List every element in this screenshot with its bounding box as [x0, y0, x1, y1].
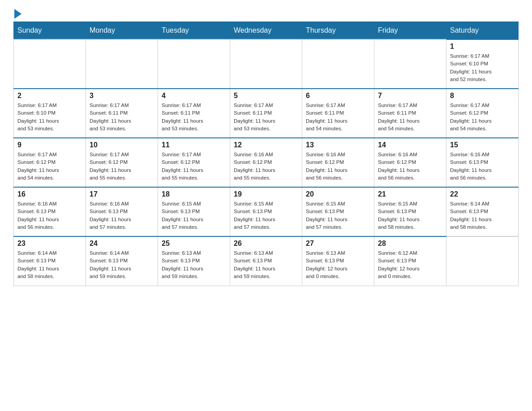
day-number: 6 [306, 92, 370, 100]
day-number: 8 [450, 92, 515, 100]
calendar-cell [158, 39, 230, 89]
day-number: 19 [234, 190, 298, 198]
calendar-cell: 13Sunrise: 6:16 AM Sunset: 6:12 PM Dayli… [302, 138, 374, 187]
day-info: Sunrise: 6:17 AM Sunset: 6:12 PM Dayligh… [162, 151, 226, 182]
calendar-cell: 12Sunrise: 6:16 AM Sunset: 6:12 PM Dayli… [230, 138, 302, 187]
day-info: Sunrise: 6:12 AM Sunset: 6:13 PM Dayligh… [378, 249, 442, 280]
day-number: 4 [162, 92, 226, 100]
day-number: 25 [162, 240, 226, 248]
calendar-cell [302, 39, 374, 89]
calendar-week-row: 23Sunrise: 6:14 AM Sunset: 6:13 PM Dayli… [14, 236, 519, 286]
day-info: Sunrise: 6:16 AM Sunset: 6:12 PM Dayligh… [306, 151, 370, 182]
calendar-header-row: SundayMondayTuesdayWednesdayThursdayFrid… [14, 22, 519, 40]
day-number: 13 [306, 141, 370, 149]
day-number: 10 [90, 141, 154, 149]
day-info: Sunrise: 6:17 AM Sunset: 6:11 PM Dayligh… [90, 102, 154, 133]
weekday-header-monday: Monday [86, 22, 158, 40]
day-number: 16 [17, 190, 82, 198]
calendar-cell: 25Sunrise: 6:13 AM Sunset: 6:13 PM Dayli… [158, 236, 230, 286]
calendar-week-row: 1Sunrise: 6:17 AM Sunset: 6:10 PM Daylig… [14, 39, 519, 89]
day-number: 2 [17, 92, 82, 100]
calendar-cell: 2Sunrise: 6:17 AM Sunset: 6:10 PM Daylig… [14, 89, 86, 138]
day-info: Sunrise: 6:13 AM Sunset: 6:13 PM Dayligh… [162, 249, 226, 280]
calendar-cell: 4Sunrise: 6:17 AM Sunset: 6:11 PM Daylig… [158, 89, 230, 138]
day-number: 18 [162, 190, 226, 198]
day-info: Sunrise: 6:15 AM Sunset: 6:13 PM Dayligh… [162, 200, 226, 231]
day-info: Sunrise: 6:15 AM Sunset: 6:13 PM Dayligh… [306, 200, 370, 231]
day-number: 9 [17, 141, 82, 149]
day-number: 27 [306, 240, 370, 248]
calendar-cell: 7Sunrise: 6:17 AM Sunset: 6:11 PM Daylig… [374, 89, 446, 138]
day-info: Sunrise: 6:17 AM Sunset: 6:12 PM Dayligh… [17, 151, 82, 182]
calendar-cell: 21Sunrise: 6:15 AM Sunset: 6:13 PM Dayli… [374, 187, 446, 236]
day-info: Sunrise: 6:17 AM Sunset: 6:11 PM Dayligh… [162, 102, 226, 133]
calendar-cell: 28Sunrise: 6:12 AM Sunset: 6:13 PM Dayli… [374, 236, 446, 286]
calendar-cell: 11Sunrise: 6:17 AM Sunset: 6:12 PM Dayli… [158, 138, 230, 187]
calendar-cell: 6Sunrise: 6:17 AM Sunset: 6:11 PM Daylig… [302, 89, 374, 138]
calendar-week-row: 2Sunrise: 6:17 AM Sunset: 6:10 PM Daylig… [14, 89, 519, 138]
calendar-cell: 14Sunrise: 6:16 AM Sunset: 6:12 PM Dayli… [374, 138, 446, 187]
day-info: Sunrise: 6:17 AM Sunset: 6:12 PM Dayligh… [90, 151, 154, 182]
logo-triangle-icon [14, 9, 21, 19]
day-info: Sunrise: 6:17 AM Sunset: 6:10 PM Dayligh… [450, 52, 515, 83]
weekday-header-wednesday: Wednesday [230, 22, 302, 40]
day-number: 15 [450, 141, 515, 149]
calendar-cell: 9Sunrise: 6:17 AM Sunset: 6:12 PM Daylig… [14, 138, 86, 187]
day-number: 23 [17, 240, 82, 248]
page-header [13, 9, 519, 17]
logo [13, 9, 21, 17]
day-info: Sunrise: 6:13 AM Sunset: 6:13 PM Dayligh… [306, 249, 370, 280]
weekday-header-tuesday: Tuesday [158, 22, 230, 40]
calendar-cell [14, 39, 86, 89]
calendar-cell: 10Sunrise: 6:17 AM Sunset: 6:12 PM Dayli… [86, 138, 158, 187]
calendar-cell: 20Sunrise: 6:15 AM Sunset: 6:13 PM Dayli… [302, 187, 374, 236]
calendar-cell [86, 39, 158, 89]
day-number: 28 [378, 240, 442, 248]
calendar-cell: 24Sunrise: 6:14 AM Sunset: 6:13 PM Dayli… [86, 236, 158, 286]
day-info: Sunrise: 6:13 AM Sunset: 6:13 PM Dayligh… [234, 249, 298, 280]
calendar-cell: 22Sunrise: 6:14 AM Sunset: 6:13 PM Dayli… [446, 187, 519, 236]
day-info: Sunrise: 6:16 AM Sunset: 6:13 PM Dayligh… [17, 200, 82, 231]
calendar-cell: 17Sunrise: 6:16 AM Sunset: 6:13 PM Dayli… [86, 187, 158, 236]
day-info: Sunrise: 6:17 AM Sunset: 6:10 PM Dayligh… [17, 102, 82, 133]
calendar-cell: 19Sunrise: 6:15 AM Sunset: 6:13 PM Dayli… [230, 187, 302, 236]
day-number: 3 [90, 92, 154, 100]
day-info: Sunrise: 6:14 AM Sunset: 6:13 PM Dayligh… [450, 200, 515, 231]
calendar-cell [446, 236, 519, 286]
calendar-cell [230, 39, 302, 89]
calendar-cell [374, 39, 446, 89]
day-number: 14 [378, 141, 442, 149]
day-info: Sunrise: 6:16 AM Sunset: 6:13 PM Dayligh… [90, 200, 154, 231]
day-number: 21 [378, 190, 442, 198]
weekday-header-friday: Friday [374, 22, 446, 40]
day-info: Sunrise: 6:17 AM Sunset: 6:12 PM Dayligh… [450, 102, 515, 133]
calendar-table: SundayMondayTuesdayWednesdayThursdayFrid… [13, 21, 519, 286]
weekday-header-thursday: Thursday [302, 22, 374, 40]
calendar-cell: 5Sunrise: 6:17 AM Sunset: 6:11 PM Daylig… [230, 89, 302, 138]
day-info: Sunrise: 6:15 AM Sunset: 6:13 PM Dayligh… [378, 200, 442, 231]
calendar-cell: 15Sunrise: 6:16 AM Sunset: 6:13 PM Dayli… [446, 138, 519, 187]
calendar-cell: 16Sunrise: 6:16 AM Sunset: 6:13 PM Dayli… [14, 187, 86, 236]
calendar-week-row: 9Sunrise: 6:17 AM Sunset: 6:12 PM Daylig… [14, 138, 519, 187]
day-number: 1 [450, 43, 515, 51]
day-number: 12 [234, 141, 298, 149]
day-number: 11 [162, 141, 226, 149]
day-number: 26 [234, 240, 298, 248]
day-number: 5 [234, 92, 298, 100]
day-number: 20 [306, 190, 370, 198]
day-number: 17 [90, 190, 154, 198]
calendar-cell: 8Sunrise: 6:17 AM Sunset: 6:12 PM Daylig… [446, 89, 519, 138]
calendar-week-row: 16Sunrise: 6:16 AM Sunset: 6:13 PM Dayli… [14, 187, 519, 236]
day-info: Sunrise: 6:17 AM Sunset: 6:11 PM Dayligh… [306, 102, 370, 133]
day-info: Sunrise: 6:14 AM Sunset: 6:13 PM Dayligh… [17, 249, 82, 280]
calendar-cell: 18Sunrise: 6:15 AM Sunset: 6:13 PM Dayli… [158, 187, 230, 236]
calendar-cell: 27Sunrise: 6:13 AM Sunset: 6:13 PM Dayli… [302, 236, 374, 286]
day-info: Sunrise: 6:14 AM Sunset: 6:13 PM Dayligh… [90, 249, 154, 280]
day-info: Sunrise: 6:16 AM Sunset: 6:13 PM Dayligh… [450, 151, 515, 182]
day-info: Sunrise: 6:16 AM Sunset: 6:12 PM Dayligh… [378, 151, 442, 182]
day-number: 22 [450, 190, 515, 198]
day-info: Sunrise: 6:15 AM Sunset: 6:13 PM Dayligh… [234, 200, 298, 231]
day-number: 24 [90, 240, 154, 248]
day-info: Sunrise: 6:17 AM Sunset: 6:11 PM Dayligh… [234, 102, 298, 133]
weekday-header-sunday: Sunday [14, 22, 86, 40]
